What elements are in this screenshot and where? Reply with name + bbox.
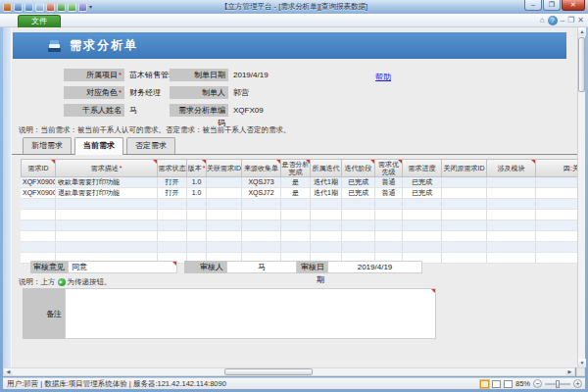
- table-cell: [311, 210, 342, 220]
- table-cell: [21, 210, 56, 220]
- scroll-down-icon[interactable]: ▼: [578, 359, 586, 368]
- corner-marker: [306, 160, 310, 164]
- print-icon[interactable]: [35, 3, 44, 12]
- help-link[interactable]: 帮助: [375, 72, 391, 82]
- table-row[interactable]: [21, 231, 578, 242]
- form-row: 对应角色*财务经理制单人郭营: [12, 86, 578, 99]
- column-header-9[interactable]: 需求优先级: [375, 159, 403, 177]
- tab-current-requirement[interactable]: 当前需求: [74, 137, 123, 155]
- edit-icon[interactable]: [24, 3, 33, 12]
- column-header-4[interactable]: 关联需求ID: [207, 159, 242, 177]
- column-header-8[interactable]: 迭代阶段: [342, 159, 375, 177]
- scrollbar-corner: [576, 368, 585, 376]
- table-cell: 已完成: [403, 177, 442, 187]
- user-add-icon[interactable]: [57, 3, 66, 12]
- scroll-right-icon[interactable]: ▶: [565, 368, 574, 375]
- table-cell: 已完成: [403, 188, 442, 198]
- required-asterisk: *: [119, 71, 122, 79]
- document: 需求分析单 所属项目*苗木销售管理系统制单日期2019/4/19对应角色*财务经…: [11, 27, 578, 368]
- table-cell: [375, 210, 403, 220]
- table-cell: 已完成: [342, 188, 375, 198]
- column-header-6[interactable]: 是否分析完成: [281, 159, 311, 177]
- table-cell: [403, 231, 442, 241]
- table-cell: [207, 188, 242, 198]
- corner-marker: [531, 160, 535, 164]
- pin-icon[interactable]: [78, 3, 87, 12]
- view-normal-icon[interactable]: [480, 380, 489, 388]
- view-layout-icon[interactable]: [492, 380, 501, 388]
- tab-denied-requirement[interactable]: 否定需求: [126, 137, 175, 154]
- mdi-minimize-icon[interactable]: –: [561, 16, 564, 25]
- vertical-scroll-thumb[interactable]: [578, 37, 585, 92]
- column-header-12[interactable]: 涉及模块: [487, 159, 536, 177]
- remark-textarea[interactable]: [65, 288, 436, 339]
- table-cell: [536, 199, 578, 209]
- table-cell: [56, 231, 158, 241]
- auditor-field[interactable]: 马: [226, 261, 297, 273]
- column-header-11[interactable]: 关闭原需求ID: [442, 159, 487, 177]
- column-header-5[interactable]: 来源收集单: [242, 159, 281, 177]
- user-check-icon[interactable]: [68, 3, 76, 12]
- field-value[interactable]: 郭营: [233, 86, 249, 99]
- audit-opinion-label: 审核意见: [30, 261, 68, 273]
- minimize-button[interactable]: –: [524, 0, 542, 11]
- help-icon[interactable]: ?: [548, 16, 558, 25]
- table-row[interactable]: [21, 210, 578, 220]
- column-header-10[interactable]: 需求进度: [403, 159, 442, 177]
- field-label: 制单日期: [170, 69, 228, 81]
- table-cell: [536, 253, 578, 263]
- zoom-slider-thumb[interactable]: [556, 380, 560, 388]
- scroll-left-icon[interactable]: ◀: [4, 368, 13, 375]
- scroll-up-icon[interactable]: ▲: [578, 27, 586, 36]
- tab-new-requirement[interactable]: 新增需求: [23, 137, 72, 154]
- column-header-0[interactable]: 需求ID: [21, 159, 56, 177]
- toolbar-dropdown-icon[interactable]: ▾: [89, 3, 92, 12]
- close-button[interactable]: ✕: [562, 0, 585, 11]
- zoom-slider[interactable]: [545, 383, 570, 385]
- table-cell: [536, 177, 578, 187]
- audit-date-field[interactable]: 2019/4/19: [327, 261, 422, 273]
- vertical-scrollbar[interactable]: ▲ ▼: [577, 27, 585, 368]
- table-cell: [207, 220, 242, 230]
- home-icon[interactable]: ⌂: [540, 16, 545, 25]
- table-cell: 迭代1期: [311, 188, 342, 198]
- table-row[interactable]: XQFX09002退款单需要打印功能打开1.0XQSJ72是迭代1期已完成普通已…: [21, 188, 578, 199]
- corner-marker: [370, 160, 374, 164]
- zoom-out-icon[interactable]: −: [533, 379, 542, 388]
- field-value[interactable]: 2019/4/19: [233, 69, 269, 81]
- field-value[interactable]: 马: [129, 104, 137, 117]
- quick-access-toolbar: ▾: [0, 3, 92, 12]
- horizontal-scroll-thumb[interactable]: [224, 368, 313, 375]
- audit-opinion-field[interactable]: 同意: [68, 261, 177, 273]
- table-row[interactable]: [21, 199, 578, 210]
- table-cell: [342, 242, 375, 252]
- zoom-in-icon[interactable]: +: [573, 379, 582, 388]
- table-cell: [442, 253, 487, 263]
- column-header-2[interactable]: 需求状态: [158, 159, 187, 177]
- table-row[interactable]: XQFX09001收款单需要打印功能打开1.0XQSJ73是迭代1期已完成普通已…: [21, 177, 578, 188]
- refresh-icon[interactable]: [14, 3, 23, 12]
- table-row[interactable]: [21, 220, 578, 231]
- column-header-13[interactable]: 因:关闭: [536, 159, 578, 177]
- save-icon[interactable]: [46, 3, 55, 12]
- view-preview-icon[interactable]: [504, 380, 513, 388]
- column-header-3[interactable]: 版本*: [187, 159, 207, 177]
- mdi-restore-icon[interactable]: ❐: [567, 16, 574, 25]
- table-cell: [442, 210, 487, 220]
- table-cell: 打开: [158, 188, 187, 198]
- mdi-close-icon[interactable]: ✕: [577, 16, 584, 25]
- column-header-1[interactable]: 需求描述*: [56, 159, 158, 177]
- required-asterisk: *: [120, 165, 122, 172]
- maximize-button[interactable]: ❐: [543, 0, 561, 11]
- table-cell: [487, 253, 536, 263]
- file-menu-button[interactable]: 文件: [18, 15, 61, 27]
- field-value[interactable]: 财务经理: [129, 86, 161, 99]
- table-cell: [207, 231, 242, 241]
- table-row[interactable]: [21, 242, 578, 253]
- table-cell: 退款单需要打印功能: [56, 188, 158, 198]
- field-value[interactable]: XQFX09: [233, 104, 264, 117]
- horizontal-scrollbar[interactable]: ◀ ▶: [3, 368, 575, 376]
- column-header-7[interactable]: 所属迭代: [311, 159, 342, 177]
- tab-strip: 新增需求当前需求否定需求: [23, 137, 175, 155]
- table-cell: [56, 242, 158, 252]
